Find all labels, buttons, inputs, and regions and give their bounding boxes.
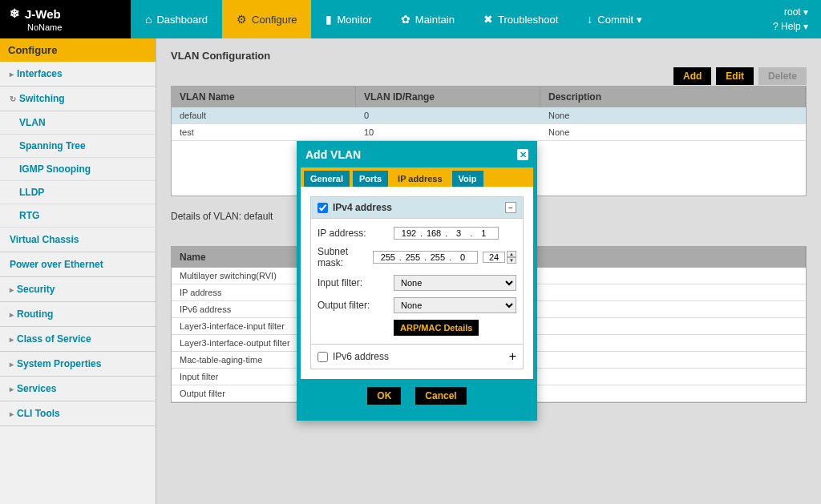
caret-icon: ▸ — [10, 385, 14, 393]
configure-icon: ⚙ — [237, 13, 247, 26]
mask-octet-1[interactable] — [377, 252, 399, 262]
ip-octet-2[interactable] — [423, 228, 445, 238]
user-menu[interactable]: root ▾ — [784, 6, 808, 18]
close-icon[interactable]: ✕ — [517, 149, 528, 160]
subnet-mask-label: Subnet mask: — [317, 246, 373, 268]
sidebar-switching[interactable]: ↻Switching — [0, 87, 156, 111]
tab-general[interactable]: General — [304, 171, 350, 187]
page-title: VLAN Configuration — [171, 50, 807, 62]
caret-icon: ↻ — [10, 95, 16, 103]
caret-icon: ▸ — [10, 70, 14, 79]
sidebar-poe[interactable]: Power over Ethernet — [0, 252, 156, 277]
nav-troubleshoot[interactable]: ✖Troubleshoot — [469, 0, 572, 38]
spin-up-icon[interactable]: ▲ — [507, 251, 516, 257]
sidebar: Configure ▸Interfaces ↻Switching VLAN Sp… — [0, 38, 156, 504]
subnet-mask-input[interactable]: . . . — [373, 251, 478, 264]
table-row[interactable]: test 10 None — [172, 124, 806, 141]
ipv6-checkbox[interactable] — [317, 352, 328, 362]
sidebar-virtual-chassis[interactable]: Virtual Chassis — [0, 228, 156, 252]
mask-bits-input[interactable] — [483, 252, 505, 263]
caret-icon: ▸ — [10, 360, 14, 369]
troubleshoot-icon: ✖ — [483, 13, 493, 26]
ipv6-label: IPv6 address — [333, 351, 389, 362]
sidebar-item-lldp[interactable]: LLDP — [0, 181, 156, 204]
tab-ports[interactable]: Ports — [353, 171, 388, 187]
spin-down-icon[interactable]: ▼ — [507, 257, 516, 264]
caret-icon: ▸ — [10, 310, 14, 319]
caret-icon: ▸ — [10, 335, 14, 344]
nav-configure[interactable]: ⚙Configure — [222, 0, 311, 38]
mask-octet-2[interactable] — [402, 252, 424, 262]
sidebar-routing[interactable]: ▸Routing — [0, 302, 156, 327]
ipv4-label: IPv4 address — [333, 202, 392, 213]
col-desc[interactable]: Description — [540, 87, 806, 107]
sidebar-interfaces[interactable]: ▸Interfaces — [0, 62, 156, 87]
top-nav: ⌂Dashboard ⚙Configure ▮Monitor ✿Maintain… — [131, 0, 657, 38]
col-vlan-name[interactable]: VLAN Name — [172, 87, 356, 107]
ip-address-label: IP address: — [317, 228, 394, 239]
nav-monitor[interactable]: ▮Monitor — [311, 0, 386, 38]
sidebar-cli-tools[interactable]: ▸CLI Tools — [0, 401, 156, 426]
commit-icon: ↓ — [587, 13, 592, 26]
nav-dashboard[interactable]: ⌂Dashboard — [131, 0, 222, 38]
sidebar-services[interactable]: ▸Services — [0, 377, 156, 401]
sidebar-item-rtg[interactable]: RTG — [0, 204, 156, 228]
collapse-icon[interactable]: − — [505, 202, 516, 213]
brand-area: ❄J-Web NoName — [0, 0, 131, 38]
sidebar-title: Configure — [0, 38, 156, 62]
ok-button[interactable]: OK — [367, 387, 401, 405]
tab-voip[interactable]: Voip — [452, 171, 483, 187]
ip-octet-4[interactable] — [472, 228, 495, 238]
sidebar-item-vlan[interactable]: VLAN — [0, 111, 156, 135]
arp-mac-button[interactable]: ARP/MAC Details — [394, 320, 479, 336]
help-icon: ? — [773, 21, 779, 32]
add-button[interactable]: Add — [673, 67, 711, 85]
mask-octet-4[interactable] — [451, 252, 474, 262]
caret-icon: ▸ — [10, 285, 14, 294]
input-filter-select[interactable]: None — [394, 275, 516, 291]
expand-icon[interactable]: + — [509, 349, 516, 364]
tab-ip-address[interactable]: IP address — [391, 171, 448, 187]
nav-commit[interactable]: ↓Commit ▾ — [572, 0, 656, 38]
brand-name: J-Web — [25, 7, 61, 21]
home-icon: ⌂ — [145, 13, 152, 26]
modal-title: Add VLAN — [305, 148, 361, 161]
ip-octet-3[interactable] — [447, 228, 470, 238]
ip-octet-1[interactable] — [398, 228, 420, 238]
add-vlan-modal: Add VLAN ✕ General Ports IP address Voip… — [297, 141, 537, 421]
output-filter-label: Output filter: — [317, 300, 394, 311]
mask-octet-3[interactable] — [427, 252, 449, 262]
edit-button[interactable]: Edit — [716, 67, 754, 85]
logo-icon: ❄ — [10, 6, 20, 21]
sidebar-security[interactable]: ▸Security — [0, 277, 156, 302]
help-menu[interactable]: ? Help ▾ — [773, 21, 808, 32]
maintain-icon: ✿ — [401, 13, 410, 26]
ipv4-checkbox[interactable] — [317, 203, 328, 213]
monitor-icon: ▮ — [326, 13, 332, 26]
sidebar-item-spanning-tree[interactable]: Spanning Tree — [0, 135, 156, 158]
input-filter-label: Input filter: — [317, 277, 394, 288]
caret-icon: ▸ — [10, 409, 14, 418]
delete-button: Delete — [758, 67, 807, 85]
table-row[interactable]: default 0 None — [172, 107, 806, 124]
sidebar-system-props[interactable]: ▸System Properties — [0, 352, 156, 377]
sidebar-item-igmp[interactable]: IGMP Snooping — [0, 158, 156, 181]
col-vlan-id[interactable]: VLAN ID/Range — [356, 87, 540, 107]
ip-address-input[interactable]: . . . — [394, 227, 499, 240]
brand-sub: NoName — [27, 22, 131, 32]
sidebar-cos[interactable]: ▸Class of Service — [0, 327, 156, 352]
nav-maintain[interactable]: ✿Maintain — [386, 0, 469, 38]
output-filter-select[interactable]: None — [394, 297, 516, 313]
cancel-button[interactable]: Cancel — [415, 387, 466, 405]
